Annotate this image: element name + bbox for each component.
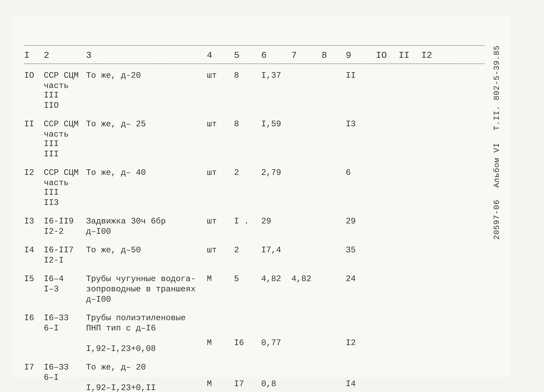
row-col5: 8 — [234, 71, 261, 80]
row-ref: I6-II7 I2-I — [44, 245, 86, 265]
row-col6: 2,79 — [261, 168, 291, 177]
row-col5: I6 — [234, 313, 261, 348]
row-id: IO — [24, 71, 44, 80]
row-col9: I2 — [346, 313, 376, 348]
row-desc: То же, д-20 — [86, 71, 207, 80]
header-col-6: 6 — [261, 50, 291, 60]
row-col9: II — [346, 71, 376, 80]
header-col-5: 5 — [234, 50, 261, 60]
header-col-10: IO — [376, 50, 399, 60]
row-desc: Трубы чугунные водога- зопроводные в тра… — [86, 274, 207, 304]
row-col9: 29 — [346, 216, 376, 226]
row-unit: шт — [207, 119, 234, 129]
row-col6: 29 — [261, 216, 291, 226]
row-unit: М — [207, 313, 234, 348]
table-row: I6 I6–33 6–I Трубы полиэтиленовые ПНП ти… — [24, 311, 485, 356]
row-col5: 8 — [234, 119, 261, 129]
row-col5: 2 — [234, 168, 261, 177]
row-col5: I7 — [234, 363, 261, 389]
row-col6: 0,77 — [261, 313, 291, 348]
header-col-8: 8 — [322, 50, 346, 60]
row-id: I4 — [24, 245, 44, 255]
row-id: I2 — [24, 168, 44, 177]
row-desc: То же, д–50 — [86, 245, 207, 255]
row-unit: шт — [207, 71, 234, 80]
row-col6: I7,4 — [261, 245, 291, 255]
main-content: I 2 3 4 5 6 7 8 9 IO II I2 IO ССР СЦМ — [24, 45, 507, 392]
table-row: I3 I6-II9 I2-2 Задвижка 30ч 6бр д–I00 шт… — [24, 214, 485, 239]
header-col-3: 3 — [86, 50, 207, 60]
row-desc: То же, д– 20 I,92–I,23+0,II — [86, 363, 207, 392]
row-id: I6 — [24, 313, 44, 323]
header-row: I 2 3 4 5 6 7 8 9 IO II I2 — [24, 46, 485, 64]
row-ref: I6–33 6–I — [44, 313, 86, 333]
row-id: II — [24, 119, 44, 129]
row-id: I5 — [24, 274, 44, 284]
header-col-9: 9 — [346, 50, 376, 60]
header-col-1: I — [24, 50, 44, 60]
row-col6: I,37 — [261, 71, 291, 80]
table-row: IO ССР СЦМ часть III IIO То же, д-20 шт … — [24, 69, 485, 112]
row-col5: I . — [234, 216, 261, 226]
row-col9: I3 — [346, 119, 376, 129]
header-col-4: 4 — [207, 50, 234, 60]
data-table: IO ССР СЦМ часть III IIO То же, д-20 шт … — [24, 64, 485, 392]
table-row: II ССР СЦМ часть III III То же, д– 25 шт… — [24, 117, 485, 161]
row-desc: Задвижка 30ч 6бр д–I00 — [86, 216, 207, 236]
row-col5: 2 — [234, 245, 261, 255]
page: Т.II. 802-5-39.85 Альбом VI 20597-06 I 2… — [12, 15, 510, 377]
row-id: I3 — [24, 216, 44, 226]
row-desc: То же, д– 40 — [86, 168, 207, 177]
header-col-7: 7 — [291, 50, 322, 60]
row-ref: ССР СЦМ часть III III — [44, 119, 86, 159]
row-col5: 5 — [234, 274, 261, 284]
header-col-12: I2 — [421, 50, 444, 60]
row-ref: ССР СЦМ часть III II3 — [44, 168, 86, 207]
table-row: I2 ССР СЦМ часть III II3 То же, д– 40 шт… — [24, 166, 485, 210]
row-col6: 4,82 — [261, 274, 291, 284]
row-ref: I6–33 6–I — [44, 363, 86, 382]
row-ref: I6-II9 I2-2 — [44, 216, 86, 236]
row-desc: То же, д– 25 — [86, 119, 207, 129]
row-col7: 4,82 — [291, 274, 322, 284]
row-col9: 35 — [346, 245, 376, 255]
row-ref: ССР СЦМ часть III IIO — [44, 71, 86, 110]
row-col6: I,59 — [261, 119, 291, 129]
row-unit: шт — [207, 245, 234, 255]
header-col-2: 2 — [44, 50, 86, 60]
row-id: I7 — [24, 363, 44, 372]
table-row: I4 I6-II7 I2-I То же, д–50 шт 2 I7,4 35 — [24, 243, 485, 267]
row-unit: М — [207, 274, 234, 284]
row-unit: шт — [207, 216, 234, 226]
row-col9: 24 — [346, 274, 376, 284]
table-row: I5 I6–4 I–3 Трубы чугунные водога- зопро… — [24, 272, 485, 306]
row-ref: I6–4 I–3 — [44, 274, 86, 294]
row-unit: М — [207, 363, 234, 389]
row-col9: I4 — [346, 363, 376, 389]
row-desc: Трубы полиэтиленовые ПНП тип с д–I6 I,92… — [86, 313, 207, 354]
table-row: I7 I6–33 6–I То же, д– 20 I,92–I,23+0,II… — [24, 360, 485, 392]
row-unit: шт — [207, 168, 234, 177]
row-col6: 0,8 — [261, 363, 291, 389]
header-col-11: II — [399, 50, 421, 60]
row-col9: 6 — [346, 168, 376, 177]
